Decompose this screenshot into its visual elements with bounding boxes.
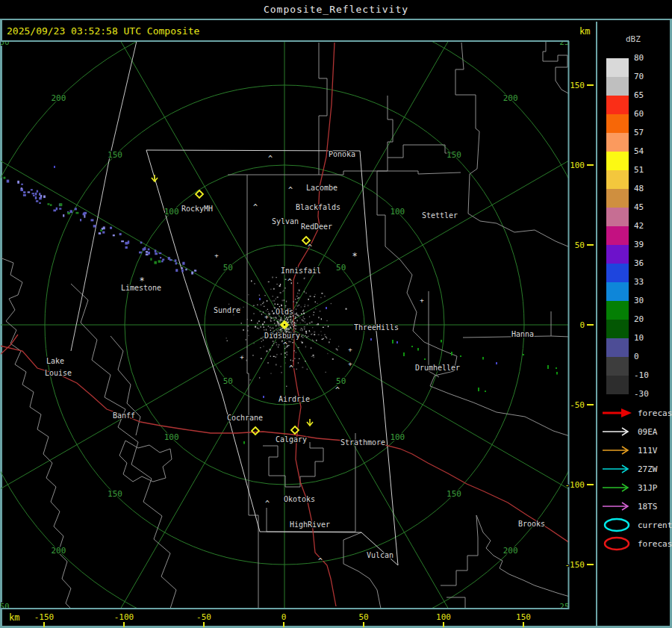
clutter-pixel (309, 332, 310, 332)
y-axis-tick-label: -100 (565, 480, 585, 490)
echo-pixel (43, 196, 46, 198)
city-label: Banff (113, 411, 135, 420)
clutter-pixel (278, 320, 279, 320)
clutter-pixel (307, 369, 308, 370)
clutter-pixel (247, 330, 248, 332)
x-axis-tick-label: 100 (436, 612, 451, 622)
peak-symbol: ^ (287, 278, 292, 286)
clutter-pixel (303, 317, 304, 317)
legend-shape-row: current (600, 517, 672, 533)
clutter-pixel (268, 311, 269, 312)
clutter-pixel (291, 323, 292, 323)
echo-pixel (17, 181, 19, 184)
peak-symbol: ^ (253, 203, 258, 211)
echo-pixel (259, 298, 261, 300)
azimuth-line (0, 116, 284, 325)
clutter-pixel (262, 323, 264, 325)
clutter-pixel (270, 355, 271, 356)
clutter-pixel (281, 372, 281, 373)
clutter-pixel (279, 344, 279, 345)
echo-pixel (478, 388, 479, 391)
clutter-pixel (258, 328, 259, 329)
clutter-pixel (332, 358, 334, 359)
city-label: Lake (46, 357, 64, 365)
range-ring-label: 250 (559, 602, 574, 612)
clutter-pixel (270, 320, 271, 321)
peak-symbol: ^ (335, 386, 340, 394)
echo-pixel (482, 357, 484, 360)
peak-symbol: ^ (308, 243, 312, 252)
clutter-pixel (264, 321, 264, 323)
legend-track-label: 31JP (638, 483, 658, 493)
clutter-pixel (346, 308, 347, 310)
clutter-pixel (305, 332, 306, 333)
clutter-pixel (302, 335, 304, 335)
clutter-pixel (299, 317, 300, 318)
legend-track-label: 111V (638, 446, 658, 456)
clutter-pixel (290, 327, 291, 329)
echo-pixel (35, 193, 37, 196)
clutter-pixel (283, 290, 284, 291)
city-label: Calgary (276, 435, 307, 444)
clutter-pixel (301, 306, 302, 307)
clutter-pixel (284, 279, 286, 280)
clutter-pixel (323, 338, 323, 339)
clutter-pixel (326, 320, 328, 321)
clutter-pixel (277, 296, 279, 297)
clutter-pixel (264, 306, 265, 307)
y-axis-tick-label: 50 (575, 240, 585, 250)
station-symbol: + (420, 296, 424, 304)
clutter-pixel (253, 305, 255, 306)
clutter-pixel (267, 309, 268, 310)
clutter-pixel (274, 320, 275, 321)
clutter-pixel (276, 329, 276, 329)
clutter-pixel (312, 327, 313, 328)
station-symbol: + (240, 353, 244, 361)
colorbar-value: 39 (634, 240, 644, 250)
clutter-pixel (248, 326, 249, 326)
clutter-pixel (270, 317, 272, 319)
clutter-pixel (248, 335, 249, 336)
clutter-pixel (323, 327, 324, 328)
radar-map[interactable]: 5050505010010010010015015015015020020020… (0, 0, 596, 628)
storm-ellipse-icon (600, 517, 635, 533)
echo-pixel (35, 196, 37, 199)
echo-pixel (54, 166, 55, 168)
clutter-pixel (314, 294, 315, 295)
station-symbol: + (348, 360, 352, 367)
colorbar-value: 54 (634, 146, 644, 157)
clutter-pixel (246, 360, 247, 361)
clutter-pixel (243, 307, 243, 308)
echo-pixel (47, 203, 49, 205)
colorbar-value: 70 (634, 72, 644, 82)
echo-pixel (523, 354, 524, 355)
track-arrow-icon (600, 406, 635, 420)
clutter-pixel (304, 326, 305, 327)
title-bar: Composite_Reflectivity (0, 0, 672, 20)
clutter-pixel (299, 323, 300, 323)
clutter-pixel (233, 314, 234, 315)
legend-track-label: forecast (638, 408, 672, 418)
window-title: Composite_Reflectivity (264, 4, 408, 15)
legend-shape-row: forecast (600, 535, 672, 552)
clutter-pixel (261, 341, 262, 342)
clutter-pixel (294, 324, 295, 325)
clutter-pixel (284, 305, 286, 306)
echo-pixel (144, 247, 146, 250)
clutter-pixel (293, 350, 294, 351)
clutter-pixel (314, 334, 315, 335)
clutter-pixel (302, 367, 303, 367)
clutter-pixel (257, 323, 258, 323)
colorbar-swatch (606, 301, 629, 320)
echo-pixel (139, 252, 142, 254)
clutter-pixel (264, 295, 266, 296)
echo-pixel (119, 233, 122, 235)
echo-pixel (160, 257, 161, 258)
info-bar: 2025/09/23 03:52:58 UTC Composite km (0, 22, 672, 41)
echo-pixel (39, 193, 40, 196)
clutter-pixel (228, 304, 229, 305)
clutter-pixel (288, 329, 290, 329)
clutter-pixel (288, 321, 289, 322)
colorbar-value: 36 (634, 258, 644, 269)
clutter-pixel (276, 364, 277, 365)
